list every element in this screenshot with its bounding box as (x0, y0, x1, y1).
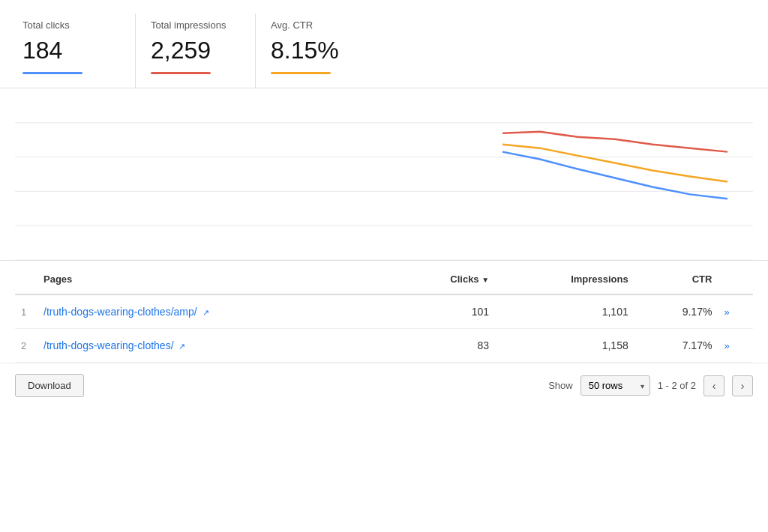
row-1-ctr: 9.17% (634, 294, 718, 329)
col-clicks-header[interactable]: Clicks ▼ (393, 265, 495, 294)
avg-ctr-label: Avg. CTR (271, 19, 352, 31)
row-1-nav[interactable]: » (718, 294, 753, 329)
table-row: 1 /truth-dogs-wearing-clothes/amp/ ↗ 101… (15, 294, 753, 329)
table-header-row: Pages Clicks ▼ Impressions CTR (15, 265, 753, 294)
row-1-impressions: 1,101 (495, 294, 634, 329)
chart-svg (15, 88, 753, 260)
sort-arrow-icon: ▼ (482, 276, 489, 284)
row-1-page-link[interactable]: /truth-dogs-wearing-clothes/amp/ (44, 306, 197, 318)
row-2-page[interactable]: /truth-dogs-wearing-clothes/ ↗ (38, 329, 393, 363)
footer: Download Show 10 rows 25 rows 50 rows 10… (0, 363, 768, 408)
metrics-bar: Total clicks 184 Total impressions 2,259… (0, 0, 768, 88)
total-impressions-value: 2,259 (151, 37, 232, 64)
col-num (15, 265, 38, 294)
total-impressions-label: Total impressions (151, 19, 232, 31)
row-2-page-link[interactable]: /truth-dogs-wearing-clothes/ (44, 339, 174, 351)
avg-ctr-underline (271, 72, 331, 74)
metric-total-impressions: Total impressions 2,259 (135, 13, 255, 88)
table-row: 2 /truth-dogs-wearing-clothes/ ↗ 83 1,15… (15, 329, 753, 363)
row-1-chevron-icon[interactable]: » (724, 306, 729, 318)
prev-icon: ‹ (712, 380, 716, 392)
rows-per-page-select[interactable]: 10 rows 25 rows 50 rows 100 rows (580, 375, 650, 396)
rows-select-wrapper[interactable]: 10 rows 25 rows 50 rows 100 rows ▾ (580, 375, 650, 396)
chart-area (0, 88, 768, 261)
next-icon: › (741, 380, 745, 392)
pagination: Show 10 rows 25 rows 50 rows 100 rows ▾ … (548, 375, 753, 396)
row-2-num: 2 (15, 329, 38, 363)
row-2-nav[interactable]: » (718, 329, 753, 363)
metric-avg-ctr: Avg. CTR 8.15% (255, 13, 375, 88)
col-actions-header (718, 265, 753, 294)
total-clicks-label: Total clicks (22, 19, 112, 31)
row-2-clicks: 83 (393, 329, 495, 363)
row-2-chevron-icon[interactable]: » (724, 340, 729, 351)
show-label: Show (548, 380, 573, 391)
external-link-icon-2: ↗ (178, 342, 185, 351)
next-page-button[interactable]: › (732, 375, 753, 396)
table-section: Pages Clicks ▼ Impressions CTR 1 /truth-… (0, 265, 768, 363)
metric-total-clicks: Total clicks 184 (15, 13, 135, 88)
page-info: 1 - 2 of 2 (658, 380, 696, 391)
row-1-clicks: 101 (393, 294, 495, 329)
col-pages-header[interactable]: Pages (38, 265, 393, 294)
download-button[interactable]: Download (15, 374, 84, 397)
col-impressions-header[interactable]: Impressions (495, 265, 634, 294)
total-impressions-underline (151, 72, 211, 74)
row-2-ctr: 7.17% (634, 329, 718, 363)
col-ctr-header[interactable]: CTR (634, 265, 718, 294)
external-link-icon: ↗ (202, 308, 209, 318)
prev-page-button[interactable]: ‹ (704, 375, 724, 396)
avg-ctr-value: 8.15% (271, 37, 352, 64)
data-table: Pages Clicks ▼ Impressions CTR 1 /truth-… (15, 265, 753, 363)
total-clicks-underline (22, 72, 82, 74)
row-1-num: 1 (15, 294, 38, 329)
total-clicks-value: 184 (22, 37, 112, 64)
row-2-impressions: 1,158 (495, 329, 634, 363)
row-1-page[interactable]: /truth-dogs-wearing-clothes/amp/ ↗ (38, 294, 393, 329)
